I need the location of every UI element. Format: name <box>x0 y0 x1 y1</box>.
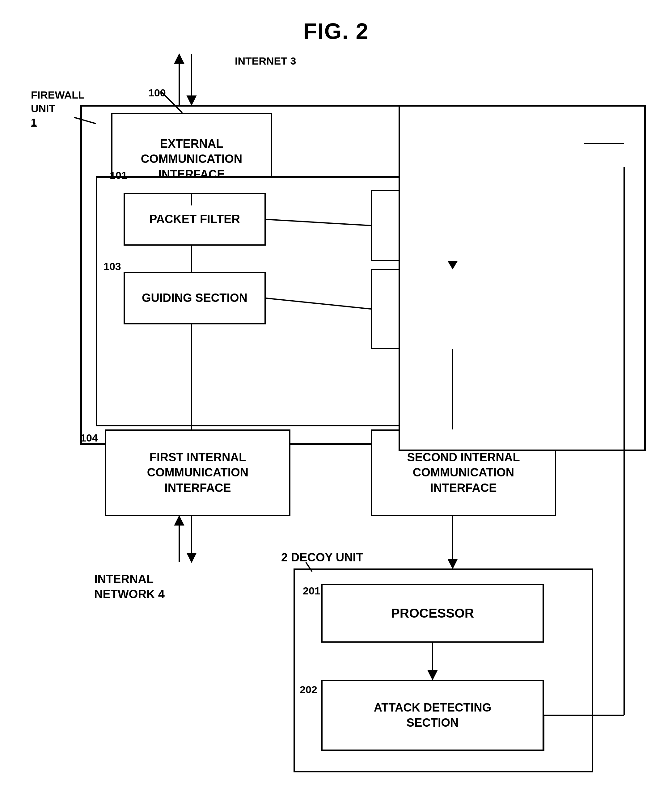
guiding-section-box: GUIDING SECTION <box>123 272 266 325</box>
svg-marker-15 <box>187 553 196 562</box>
attack-detecting-box: ATTACK DETECTINGSECTION <box>321 680 544 751</box>
processor-box: PROCESSOR <box>321 584 544 643</box>
svg-marker-3 <box>174 54 184 63</box>
svg-marker-1 <box>187 96 196 105</box>
label-201: 201 <box>303 584 320 598</box>
svg-marker-19 <box>448 559 457 568</box>
figure-title: FIG. 2 <box>303 19 369 44</box>
internal-network-label: INTERNALNETWORK 4 <box>94 572 165 602</box>
label-103: 103 <box>104 259 121 273</box>
label-101-text: 101 <box>110 168 127 182</box>
firewall-unit-label: FIREWALLUNIT1 <box>31 88 85 129</box>
internet-label: INTERNET 3 <box>235 54 296 68</box>
decoy-unit-label: 2 DECOY UNIT <box>281 550 363 565</box>
label-202: 202 <box>300 683 317 696</box>
right-outer-box <box>398 105 646 451</box>
label-104: 104 <box>80 431 98 445</box>
label-100: 100 <box>148 86 166 99</box>
svg-marker-17 <box>174 516 184 525</box>
packet-filter-box: PACKET FILTER <box>123 193 266 246</box>
first-internal-box: FIRST INTERNALCOMMUNICATIONINTERFACE <box>105 429 290 516</box>
